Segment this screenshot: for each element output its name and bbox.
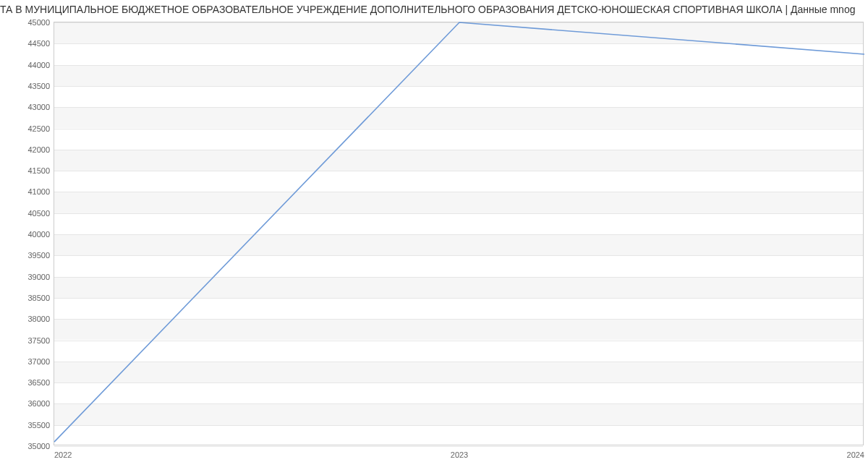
- y-tick-label: 37500: [27, 336, 50, 345]
- y-tick-label: 44000: [27, 61, 50, 69]
- y-tick-label: 35500: [27, 421, 50, 430]
- x-tick-label: 2022: [54, 450, 72, 459]
- y-tick-label: 41000: [27, 187, 50, 196]
- y-tick-label: 45000: [27, 18, 50, 27]
- line-series: [54, 22, 864, 442]
- y-tick-label: 43000: [27, 103, 50, 111]
- y-tick-label: 35000: [27, 442, 50, 450]
- y-tick-label: 36000: [27, 399, 50, 408]
- y-tick-label: 40500: [27, 209, 50, 218]
- y-gridline: [54, 446, 863, 447]
- y-tick-label: 38500: [27, 294, 50, 302]
- y-tick-label: 37000: [27, 357, 50, 366]
- y-tick-label: 42000: [27, 145, 50, 154]
- y-tick-label: 39500: [27, 251, 50, 260]
- y-tick-label: 38000: [27, 315, 50, 323]
- y-tick-label: 41500: [27, 166, 50, 175]
- plot-area: 3500035500360003650037000375003800038500…: [54, 22, 864, 445]
- x-tick-label: 2023: [451, 450, 468, 459]
- series-layer: [54, 22, 864, 446]
- y-tick-label: 44500: [27, 39, 50, 48]
- y-tick-label: 39000: [27, 273, 50, 281]
- chart-title: ТА В МУНИЦИПАЛЬНОЕ БЮДЖЕТНОЕ ОБРАЗОВАТЕЛ…: [0, 0, 868, 19]
- x-tick-label: 2024: [847, 450, 864, 459]
- y-tick-label: 36500: [27, 378, 50, 387]
- y-tick-label: 42500: [27, 124, 50, 133]
- y-tick-label: 43500: [27, 82, 50, 90]
- y-tick-label: 40000: [27, 230, 50, 239]
